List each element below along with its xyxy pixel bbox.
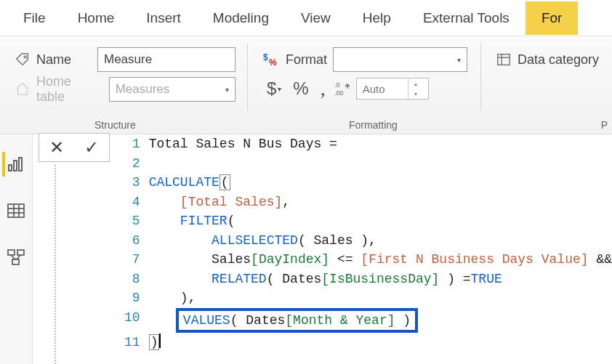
code-content[interactable]: ) (149, 333, 612, 352)
code-token: ( Sales ), (298, 233, 377, 248)
svg-text:$: $ (263, 52, 268, 62)
code-line[interactable]: 2 (116, 154, 612, 174)
code-token (149, 272, 212, 286)
svg-rect-10 (19, 158, 22, 171)
commit-formula-button[interactable]: ✓ (84, 137, 99, 158)
code-token: [IsBusinessDay] (321, 272, 439, 286)
menu-tab-home[interactable]: Home (62, 1, 131, 35)
name-input[interactable] (97, 47, 235, 72)
code-content[interactable]: Sales[DayIndex] <= [First N Business Day… (149, 250, 612, 270)
code-line[interactable]: 8 RELATED( Dates[IsBusinessDay] ) =TRUE (116, 270, 612, 289)
home-table-value: Measures (116, 82, 170, 97)
group-label-formatting: Formatting (349, 119, 398, 131)
code-token: , (282, 195, 290, 209)
line-number: 11 (116, 333, 149, 352)
code-token: ) (395, 313, 411, 328)
code-line[interactable]: 10 VALUES( Dates[Month & Year] ) (116, 308, 612, 333)
code-content[interactable] (149, 154, 612, 174)
code-content[interactable]: Total Sales N Bus Days = (149, 134, 612, 154)
code-token: CALCULATE (149, 175, 220, 190)
menu-tab-modeling[interactable]: Modeling (197, 1, 285, 35)
code-line[interactable]: 6 ALLSELECTED( Sales ), (116, 231, 612, 251)
svg-rect-9 (14, 161, 17, 171)
code-token: [First N Business Days Value] (361, 252, 588, 267)
svg-rect-16 (8, 250, 15, 255)
code-content[interactable]: ), (149, 288, 612, 308)
decimal-places-icon[interactable]: .0 .00 (333, 80, 353, 97)
menu-tab-for[interactable]: For (526, 1, 579, 35)
cancel-formula-button[interactable]: ✕ (49, 137, 64, 158)
format-dropdown[interactable]: ▾ (333, 47, 467, 72)
svg-text:%: % (269, 57, 277, 68)
svg-rect-5 (498, 54, 510, 65)
chevron-down-icon: ▾ (278, 85, 281, 93)
code-token: [Month & Year] (285, 313, 395, 328)
code-content[interactable]: FILTER( (149, 211, 612, 231)
menu-tab-insert[interactable]: Insert (130, 1, 197, 35)
line-number: 2 (116, 154, 149, 174)
decimal-places-input[interactable] (357, 82, 408, 96)
code-line[interactable]: 1Total Sales N Bus Days = (116, 134, 612, 154)
ribbon-group-properties: Data category P (481, 36, 611, 134)
ribbon: Name Home table Measures ▾ Structure (0, 36, 612, 134)
report-view-button[interactable] (2, 152, 30, 177)
group-label-properties: P (601, 119, 608, 131)
svg-rect-18 (12, 259, 19, 264)
code-token: ( (220, 174, 230, 190)
spin-down-button[interactable]: ▾ (408, 89, 424, 99)
format-label: Format (286, 52, 327, 68)
view-rail (0, 134, 33, 364)
code-content[interactable]: VALUES( Dates[Month & Year] ) (149, 308, 612, 333)
code-token: ( Dates (230, 313, 286, 328)
line-number: 5 (116, 211, 149, 231)
code-content[interactable]: ALLSELECTED( Sales ), (149, 231, 612, 251)
code-token: FILTER (180, 214, 228, 228)
line-number: 7 (116, 250, 149, 270)
dax-code-area[interactable]: 1Total Sales N Bus Days =23CALCULATE(4 [… (116, 134, 612, 364)
percent-format-button[interactable]: % (289, 77, 313, 100)
code-content[interactable]: RELATED( Dates[IsBusinessDay] ) =TRUE (149, 270, 612, 289)
menu-bar: FileHomeInsertModelingViewHelpExternal T… (0, 0, 612, 36)
code-line[interactable]: 5 FILTER( (116, 211, 612, 231)
model-view-button[interactable] (2, 245, 30, 270)
line-number: 8 (116, 270, 149, 289)
line-number: 9 (116, 288, 149, 308)
code-token: ) = (439, 272, 470, 286)
code-token (149, 252, 212, 267)
menu-tab-help[interactable]: Help (347, 1, 407, 35)
currency-format-button[interactable]: $▾ (262, 77, 286, 100)
menu-tab-external-tools[interactable]: External Tools (407, 1, 526, 35)
data-view-button[interactable] (2, 198, 30, 223)
svg-point-0 (24, 56, 26, 58)
code-token: ) (149, 334, 160, 350)
code-token: Sales (212, 252, 251, 267)
chevron-down-icon: ▾ (225, 86, 229, 94)
home-table-dropdown[interactable]: Measures ▾ (109, 77, 235, 102)
code-content[interactable]: CALCULATE( (149, 173, 612, 193)
menu-tab-file[interactable]: File (7, 1, 62, 35)
decimal-places-spinner[interactable]: ▴ ▾ (356, 78, 429, 100)
code-line[interactable]: 4 [Total Sales], (116, 193, 612, 212)
code-line[interactable]: 3CALCULATE( (116, 173, 612, 193)
svg-text:.00: .00 (334, 89, 344, 97)
svg-rect-8 (9, 165, 12, 171)
code-line[interactable]: 7 Sales[DayIndex] <= [First N Business D… (116, 250, 612, 270)
chevron-down-icon: ▾ (457, 56, 461, 64)
line-number: 3 (116, 173, 149, 193)
ribbon-group-formatting: $ % Format ▾ $▾ % , .0 .00 (248, 36, 480, 134)
formula-action-bar: ✕ ✓ (39, 133, 110, 162)
code-token: <= (329, 252, 361, 267)
thousands-separator-button[interactable]: , (316, 76, 330, 102)
code-content[interactable]: [Total Sales], (149, 193, 612, 212)
code-token: ), (149, 291, 196, 305)
group-label-structure: Structure (94, 119, 136, 131)
spin-up-button[interactable]: ▴ (408, 78, 424, 89)
work-area: ✕ ✓ 1Total Sales N Bus Days =23CALCULATE… (0, 134, 612, 364)
menu-tab-view[interactable]: View (285, 1, 347, 35)
home-table-label: Home table (36, 74, 97, 105)
code-token: Total Sales N Bus Days = (149, 137, 337, 151)
tag-icon (15, 52, 31, 68)
code-line[interactable]: 11) (116, 333, 612, 352)
name-label: Name (36, 52, 71, 68)
code-line[interactable]: 9 ), (116, 288, 612, 308)
